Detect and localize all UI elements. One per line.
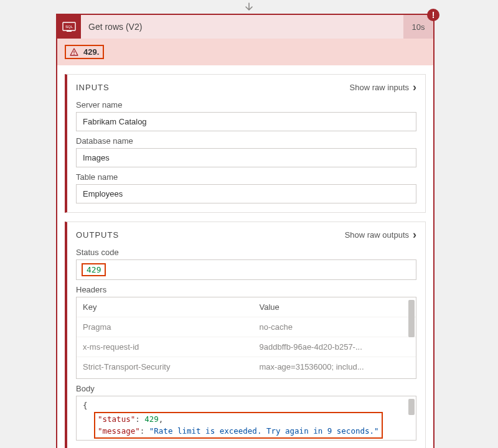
- table-name-label: Table name: [76, 172, 416, 182]
- svg-rect-1: [67, 30, 72, 32]
- scrollbar-thumb[interactable]: [408, 300, 415, 337]
- show-raw-inputs-label: Show raw inputs: [350, 83, 409, 92]
- table-row: Strict-Transport-Security max-age=315360…: [77, 357, 416, 376]
- database-name-label: Database name: [76, 136, 416, 146]
- svg-point-4: [73, 54, 75, 55]
- svg-text:SQL: SQL: [65, 25, 73, 29]
- table-row: Pragma no-cache: [77, 317, 416, 337]
- inputs-panel: INPUTS Show raw inputs › Server name Fab…: [65, 74, 426, 213]
- error-badge-icon: !: [427, 9, 439, 21]
- chevron-right-icon: ›: [413, 81, 416, 94]
- outputs-heading: OUTPUTS: [76, 230, 345, 240]
- card-title: Get rows (V2): [81, 15, 403, 39]
- show-raw-outputs-link[interactable]: Show raw outputs ›: [345, 228, 416, 241]
- table-header-row: Key Value: [77, 297, 416, 317]
- action-card: ! SQL Get rows (V2) 10s 429. INPUTS Show…: [56, 14, 435, 448]
- flow-arrow-icon: [243, 1, 255, 14]
- headers-table[interactable]: Key Value Pragma no-cache x-ms-request-i…: [76, 297, 416, 379]
- card-header[interactable]: SQL Get rows (V2) 10s: [57, 15, 433, 39]
- table-name-value: Employees: [76, 184, 416, 203]
- chevron-right-icon: ›: [413, 228, 416, 241]
- headers-label: Headers: [76, 285, 416, 294]
- error-banner: 429.: [57, 39, 433, 65]
- inputs-heading: INPUTS: [76, 83, 350, 92]
- show-raw-outputs-label: Show raw outputs: [345, 230, 409, 240]
- status-code-label: Status code: [76, 248, 416, 257]
- status-code-value: 429: [82, 263, 106, 276]
- sql-icon: SQL: [57, 15, 81, 39]
- outputs-panel: OUTPUTS Show raw outputs › Status code 4…: [65, 222, 426, 448]
- body-json[interactable]: { "status": 429, "message": "Rate limit …: [76, 396, 416, 441]
- col-value: Value: [260, 302, 410, 312]
- table-row: x-ms-request-id 9addbffb-96ae-4d20-b257-…: [77, 337, 416, 357]
- status-code-field: 429: [76, 259, 416, 280]
- server-name-value: Fabrikam Catalog: [76, 112, 416, 131]
- server-name-label: Server name: [76, 100, 416, 110]
- col-key: Key: [83, 302, 260, 312]
- scrollbar-thumb[interactable]: [408, 399, 415, 415]
- body-label: Body: [76, 384, 416, 393]
- error-code: 429.: [83, 47, 99, 57]
- database-name-value: Images: [76, 148, 416, 167]
- warning-icon: [70, 48, 78, 57]
- show-raw-inputs-link[interactable]: Show raw inputs ›: [350, 81, 416, 94]
